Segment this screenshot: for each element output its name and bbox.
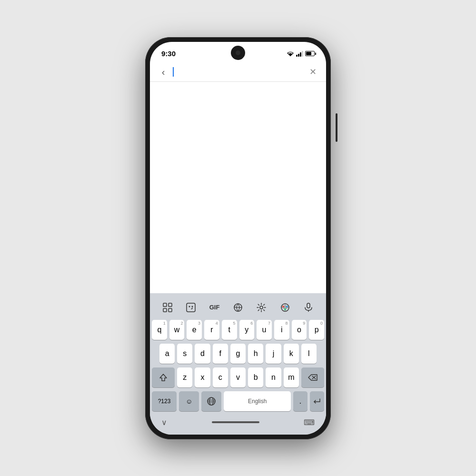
svg-point-14	[284, 308, 286, 310]
symbol-key[interactable]: ?123	[152, 391, 177, 411]
phone-screen: 9:30	[150, 42, 326, 435]
key-j[interactable]: j	[266, 344, 281, 364]
search-input-area[interactable]	[173, 67, 303, 77]
close-button[interactable]: ✕	[307, 67, 318, 77]
keyboard: GIF	[150, 293, 326, 435]
status-time: 9:30	[161, 50, 176, 58]
keyboard-row-4: ?123 ☺ English	[152, 391, 324, 411]
content-area	[150, 82, 326, 293]
settings-icon	[256, 302, 267, 313]
search-bar: ‹ ✕	[150, 63, 326, 82]
back-button[interactable]: ‹	[158, 67, 169, 78]
text-cursor	[173, 67, 174, 77]
status-icons	[287, 51, 315, 57]
space-key[interactable]: English	[224, 391, 291, 411]
theme-icon	[280, 302, 290, 313]
svg-rect-15	[307, 303, 310, 308]
svg-point-12	[282, 306, 284, 307]
bottom-nav: ∨ ⌨	[152, 415, 324, 433]
mic-toolbar-button[interactable]	[300, 299, 317, 316]
svg-point-6	[192, 306, 193, 307]
enter-key[interactable]	[310, 391, 324, 411]
svg-point-5	[189, 306, 190, 307]
backspace-icon	[308, 374, 317, 381]
svg-point-13	[286, 306, 288, 307]
period-key[interactable]: .	[293, 391, 307, 411]
symbol-label: ?123	[158, 398, 171, 405]
key-f[interactable]: f	[213, 344, 228, 364]
theme-toolbar-button[interactable]	[277, 299, 294, 316]
globe-icon	[207, 397, 216, 406]
power-button	[336, 113, 337, 142]
key-w[interactable]: 2w	[169, 320, 185, 340]
key-h[interactable]: h	[248, 344, 263, 364]
space-label: English	[248, 398, 267, 405]
apps-toolbar-button[interactable]	[159, 299, 176, 316]
shift-key[interactable]	[152, 367, 175, 387]
keyboard-row-2: a s d f g h j k l	[152, 344, 324, 364]
keyboard-grid-icon[interactable]: ⌨	[304, 418, 315, 427]
phone-device: 9:30	[145, 37, 331, 439]
key-s[interactable]: s	[177, 344, 192, 364]
key-m[interactable]: m	[284, 367, 299, 387]
emoji-key[interactable]: ☺	[179, 391, 199, 411]
key-t[interactable]: 5t	[222, 320, 237, 340]
key-n[interactable]: n	[266, 367, 281, 387]
chevron-down-icon[interactable]: ∨	[161, 418, 167, 427]
wifi-icon	[287, 51, 294, 57]
key-u[interactable]: 7u	[257, 320, 272, 340]
key-i[interactable]: 8i	[274, 320, 289, 340]
svg-rect-0	[163, 303, 167, 307]
key-x[interactable]: x	[195, 367, 210, 387]
gif-label: GIF	[209, 304, 220, 311]
translate-toolbar-button[interactable]	[229, 299, 247, 316]
battery-icon	[305, 51, 315, 56]
keyboard-toolbar: GIF	[152, 297, 324, 320]
period-label: .	[299, 397, 301, 406]
apps-icon	[162, 302, 173, 313]
key-d[interactable]: d	[195, 344, 210, 364]
emoji-label: ☺	[186, 397, 192, 405]
shift-icon	[159, 373, 168, 382]
svg-rect-1	[169, 303, 172, 307]
home-indicator	[212, 421, 259, 423]
front-camera	[236, 50, 240, 55]
signal-icon	[296, 51, 303, 57]
backspace-key[interactable]	[301, 367, 324, 387]
key-r[interactable]: 4r	[204, 320, 219, 340]
key-l[interactable]: l	[301, 344, 317, 364]
keyboard-row-1: 1q 2w 3e 4r 5t 6y 7u 8i 9o 0p	[152, 320, 324, 340]
sticker-icon	[186, 302, 196, 313]
key-g[interactable]: g	[230, 344, 246, 364]
gif-toolbar-button[interactable]: GIF	[206, 299, 223, 316]
key-p[interactable]: 0p	[309, 320, 324, 340]
settings-toolbar-button[interactable]	[253, 299, 270, 316]
key-z[interactable]: z	[177, 367, 192, 387]
key-c[interactable]: c	[213, 367, 228, 387]
mic-icon	[303, 302, 314, 313]
key-a[interactable]: a	[159, 344, 175, 364]
key-b[interactable]: b	[248, 367, 263, 387]
status-bar: 9:30	[150, 42, 326, 63]
translate-icon	[233, 302, 243, 313]
enter-icon	[312, 397, 322, 406]
svg-rect-2	[163, 308, 167, 312]
svg-point-10	[260, 306, 263, 309]
sticker-toolbar-button[interactable]	[182, 299, 199, 316]
key-q[interactable]: 1q	[152, 320, 167, 340]
key-e[interactable]: 3e	[187, 320, 202, 340]
globe-key[interactable]	[201, 391, 221, 411]
keyboard-row-3: z x c v b n m	[152, 367, 324, 387]
key-y[interactable]: 6y	[239, 320, 255, 340]
svg-rect-3	[169, 308, 172, 312]
key-v[interactable]: v	[230, 367, 246, 387]
camera-notch	[231, 46, 245, 60]
svg-rect-4	[187, 303, 195, 312]
battery-fill	[306, 52, 311, 55]
key-k[interactable]: k	[284, 344, 299, 364]
key-o[interactable]: 9o	[292, 320, 307, 340]
